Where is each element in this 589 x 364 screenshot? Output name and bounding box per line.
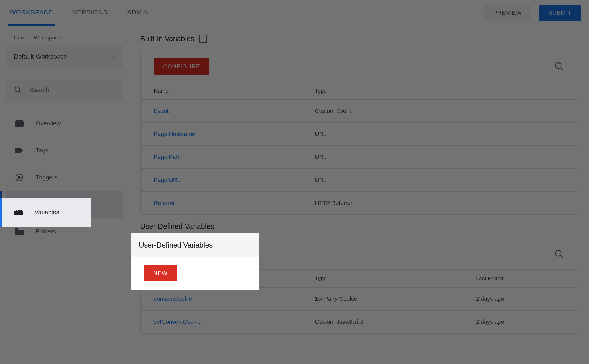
- submit-button[interactable]: SUBMIT: [539, 5, 581, 21]
- workspace-picker[interactable]: Default Workspace ›: [6, 45, 123, 68]
- svg-line-13: [560, 255, 563, 258]
- variable-link[interactable]: setConsentCookie: [154, 319, 315, 325]
- svg-point-0: [15, 87, 20, 92]
- sort-asc-icon: ↑: [171, 88, 174, 94]
- builtin-section-title: Built-In Variables ?: [140, 35, 577, 43]
- variable-edited: 2 days ago: [476, 296, 564, 302]
- search-icon: [14, 86, 22, 94]
- column-type[interactable]: Type: [315, 88, 476, 94]
- variable-link[interactable]: Referrer: [154, 200, 315, 206]
- table-row: Page Hostname URL: [141, 122, 577, 145]
- variable-type: 1st Party Cookie: [315, 296, 476, 302]
- search-input[interactable]: [29, 86, 115, 94]
- svg-rect-9: [21, 202, 22, 204]
- userdef-section-title: User-Defined Variables: [140, 222, 577, 231]
- variable-link[interactable]: Page Path: [154, 154, 315, 160]
- sidebar-item-folders[interactable]: Folders: [6, 218, 123, 245]
- column-name[interactable]: Name↑: [154, 88, 315, 94]
- sidebar-item-variables[interactable]: Variables: [6, 191, 123, 218]
- svg-line-1: [19, 91, 21, 93]
- userdef-card: NEW Name↑ Type Last Edited consentCookie…: [140, 239, 577, 334]
- overview-icon: [14, 120, 24, 127]
- variable-type: Custom JavaScript: [315, 319, 476, 325]
- svg-point-5: [18, 176, 21, 179]
- table-row: Page URL URL: [141, 168, 577, 191]
- svg-rect-7: [16, 202, 18, 204]
- variable-edited: 2 days ago: [476, 319, 564, 325]
- variable-type: HTTP Referrer: [315, 200, 476, 206]
- sidebar-item-label: Overview: [36, 120, 61, 127]
- trigger-icon: [14, 173, 24, 181]
- sidebar-item-label: Triggers: [36, 174, 58, 181]
- builtin-card: CONFIGURE Name↑ Type Event Custom Event …: [140, 51, 577, 215]
- userdef-search-icon[interactable]: [554, 249, 564, 259]
- table-row: Event Custom Event: [141, 99, 577, 122]
- help-icon[interactable]: ?: [199, 35, 207, 43]
- builtin-table-header: Name↑ Type: [141, 82, 577, 99]
- svg-rect-8: [18, 202, 20, 204]
- table-row: consentCookie 1st Party Cookie 2 days ag…: [141, 287, 577, 310]
- svg-point-10: [555, 63, 561, 68]
- configure-button[interactable]: CONFIGURE: [154, 58, 209, 75]
- table-row: Referrer HTTP Referrer: [141, 191, 577, 214]
- new-button[interactable]: NEW: [154, 246, 187, 263]
- column-type[interactable]: Type: [315, 275, 476, 282]
- sidebar-item-label: Variables: [36, 201, 60, 208]
- sidebar-item-tags[interactable]: Tags: [6, 137, 123, 164]
- builtin-search-icon[interactable]: [554, 62, 564, 71]
- table-row: Page Path URL: [141, 145, 577, 168]
- tab-versions[interactable]: VERSIONS: [71, 0, 109, 26]
- variable-type: URL: [315, 154, 476, 160]
- tag-icon: [14, 147, 24, 154]
- svg-line-11: [560, 68, 563, 70]
- variable-type: Custom Event: [315, 108, 476, 114]
- variable-link[interactable]: consentCookie: [154, 296, 315, 302]
- svg-rect-2: [15, 121, 24, 127]
- svg-point-12: [555, 250, 561, 256]
- column-name[interactable]: Name↑: [154, 275, 315, 282]
- variable-link[interactable]: Event: [154, 108, 315, 114]
- variables-icon: [14, 201, 24, 208]
- sidebar-item-label: Tags: [36, 147, 48, 154]
- variable-type: URL: [315, 131, 476, 137]
- table-row: setConsentCookie Custom JavaScript 2 day…: [141, 310, 577, 333]
- column-edited[interactable]: Last Edited: [476, 275, 564, 282]
- tab-workspace[interactable]: WORKSPACE: [8, 0, 55, 26]
- current-workspace-label: Current Workspace: [6, 35, 123, 45]
- sidebar-item-triggers[interactable]: Triggers: [6, 164, 123, 191]
- sidebar-item-label: Folders: [36, 228, 56, 235]
- search-input-wrapper[interactable]: [6, 79, 123, 101]
- svg-rect-6: [15, 204, 24, 208]
- chevron-right-icon: ›: [112, 52, 115, 61]
- sort-asc-icon: ↑: [171, 275, 174, 281]
- variable-link[interactable]: Page Hostname: [154, 131, 315, 137]
- variable-type: URL: [315, 177, 476, 183]
- svg-rect-3: [16, 120, 23, 122]
- variable-link[interactable]: Page URL: [154, 177, 315, 183]
- preview-button[interactable]: PREVIEW: [484, 5, 531, 21]
- userdef-table-header: Name↑ Type Last Edited: [141, 269, 577, 287]
- tab-admin[interactable]: ADMIN: [125, 0, 151, 26]
- folder-icon: [14, 228, 24, 235]
- sidebar-item-overview[interactable]: Overview: [6, 110, 123, 137]
- workspace-name: Default Workspace: [14, 53, 67, 60]
